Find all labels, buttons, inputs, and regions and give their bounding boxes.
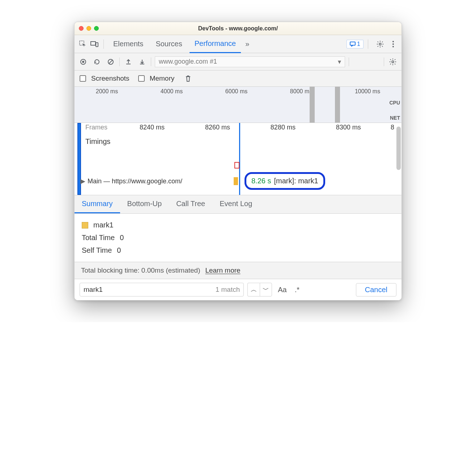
reload-icon[interactable] <box>92 57 102 67</box>
tab-sources[interactable]: Sources <box>150 35 187 53</box>
screenshots-label: Screenshots <box>91 74 129 82</box>
tab-bottomup[interactable]: Bottom-Up <box>120 195 169 213</box>
svg-point-5 <box>392 41 394 42</box>
blocking-footer: Total blocking time: 0.00ms (estimated) … <box>75 262 401 279</box>
tab-summary[interactable]: Summary <box>75 195 120 213</box>
memory-label: Memory <box>150 74 175 82</box>
messages-count: 1 <box>357 41 360 47</box>
memory-checkbox[interactable] <box>138 75 145 82</box>
mark-tooltip: 8.26 s [mark]: mark1 <box>245 172 325 190</box>
mark-time: 8.26 s <box>251 177 271 185</box>
mark-text: [mark]: mark1 <box>274 177 318 185</box>
overview-tick: 10000 ms <box>355 88 380 95</box>
inspect-icon[interactable] <box>78 39 88 49</box>
svg-rect-2 <box>96 43 98 47</box>
chevron-down-icon: ▾ <box>338 58 341 66</box>
svg-point-4 <box>379 43 381 45</box>
scrollbar-thumb[interactable] <box>396 127 401 170</box>
search-input[interactable]: mark1 1 match <box>80 283 244 297</box>
recording-select[interactable]: www.google.com #1 ▾ <box>155 56 345 67</box>
tab-elements[interactable]: Elements <box>108 35 148 53</box>
detail-tabs: Summary Bottom-Up Call Tree Event Log <box>75 195 401 214</box>
main-thread-row[interactable]: ▶ Main — https://www.google.com/ <box>80 177 401 185</box>
flame-tick: 8 <box>381 124 394 131</box>
capture-options: Screenshots Memory <box>75 71 401 87</box>
case-toggle[interactable]: Aa <box>276 286 289 294</box>
overview-selection[interactable] <box>310 87 315 123</box>
total-time-value: 0 <box>120 234 124 242</box>
total-time-label: Total Time <box>82 234 115 242</box>
download-icon[interactable] <box>137 57 147 67</box>
device-icon[interactable] <box>90 39 99 49</box>
settings-icon[interactable] <box>375 39 385 49</box>
svg-rect-1 <box>91 42 95 45</box>
self-time-value: 0 <box>117 246 121 255</box>
flame-tick: 8240 ms <box>119 124 185 131</box>
flame-tick: 8260 ms <box>185 124 250 131</box>
search-value: mark1 <box>84 286 103 294</box>
more-tabs[interactable]: » <box>243 40 251 48</box>
kebab-icon[interactable] <box>388 39 398 49</box>
flamechart[interactable]: Frames 8240 ms 8260 ms 8280 ms 8300 ms 8… <box>75 123 401 195</box>
net-label: NET <box>390 115 400 121</box>
search-nav: ︿ ﹀ <box>247 283 272 297</box>
search-next-icon[interactable]: ﹀ <box>260 283 272 297</box>
window-title: DevTools - www.google.com/ <box>75 25 401 32</box>
summary-panel: mark1 Total Time 0 Self Time 0 <box>75 214 401 262</box>
cancel-button[interactable]: Cancel <box>356 283 396 297</box>
cpu-label: CPU <box>389 100 400 106</box>
flame-tick: 8300 ms <box>316 124 381 131</box>
flame-ticks: 8240 ms 8260 ms 8280 ms 8300 ms 8 <box>119 124 394 131</box>
frames-label: Frames <box>85 124 107 131</box>
devtools-window: DevTools - www.google.com/ Elements Sour… <box>74 22 402 300</box>
messages-badge[interactable]: 1 <box>347 40 364 48</box>
screenshots-checkbox[interactable] <box>80 75 86 82</box>
svg-rect-3 <box>350 42 355 45</box>
overview-tick: 8000 ms <box>290 88 312 95</box>
main-thread-label: Main — https://www.google.com/ <box>88 178 182 185</box>
tab-performance[interactable]: Performance <box>190 35 241 53</box>
main-tabs: Elements Sources Performance » 1 <box>75 35 401 53</box>
svg-point-6 <box>392 43 394 45</box>
search-matches: 1 match <box>216 286 240 294</box>
overview-tick: 6000 ms <box>225 88 247 95</box>
overview-tick: 4000 ms <box>161 88 183 95</box>
overview-cursor[interactable] <box>335 87 340 123</box>
titlebar: DevTools - www.google.com/ <box>75 22 401 35</box>
tab-calltree[interactable]: Call Tree <box>169 195 212 213</box>
trash-icon[interactable] <box>183 73 193 84</box>
clear-icon[interactable] <box>106 57 116 67</box>
blocking-text: Total blocking time: 0.00ms (estimated) <box>81 266 200 274</box>
svg-point-9 <box>82 61 84 63</box>
overview-ticks: 2000 ms 4000 ms 6000 ms 8000 ms 10000 ms <box>75 87 401 95</box>
event-name: mark1 <box>93 221 114 229</box>
message-icon <box>350 42 356 47</box>
learn-more-link[interactable]: Learn more <box>205 266 240 274</box>
tab-eventlog[interactable]: Event Log <box>212 195 259 213</box>
upload-icon[interactable] <box>123 57 133 67</box>
expand-icon[interactable]: ▶ <box>80 177 85 185</box>
timing-marker[interactable] <box>234 162 239 168</box>
self-time-label: Self Time <box>82 246 112 255</box>
overview-panel[interactable]: 2000 ms 4000 ms 6000 ms 8000 ms 10000 ms… <box>75 87 401 123</box>
svg-point-7 <box>392 46 394 47</box>
svg-line-11 <box>109 60 112 64</box>
search-prev-icon[interactable]: ︿ <box>247 283 260 297</box>
overview-tick: 2000 ms <box>96 88 118 95</box>
flame-tick: 8280 ms <box>250 124 316 131</box>
performance-toolbar: www.google.com #1 ▾ <box>75 53 401 71</box>
regex-toggle[interactable]: .* <box>293 286 302 294</box>
timings-label[interactable]: Timings <box>85 137 110 146</box>
search-bar: mark1 1 match ︿ ﹀ Aa .* Cancel <box>75 279 401 300</box>
record-icon[interactable] <box>78 57 88 67</box>
svg-point-12 <box>392 61 394 63</box>
recording-label: www.google.com #1 <box>159 58 217 65</box>
event-color-swatch <box>82 222 88 229</box>
capture-settings-icon[interactable] <box>388 57 398 67</box>
